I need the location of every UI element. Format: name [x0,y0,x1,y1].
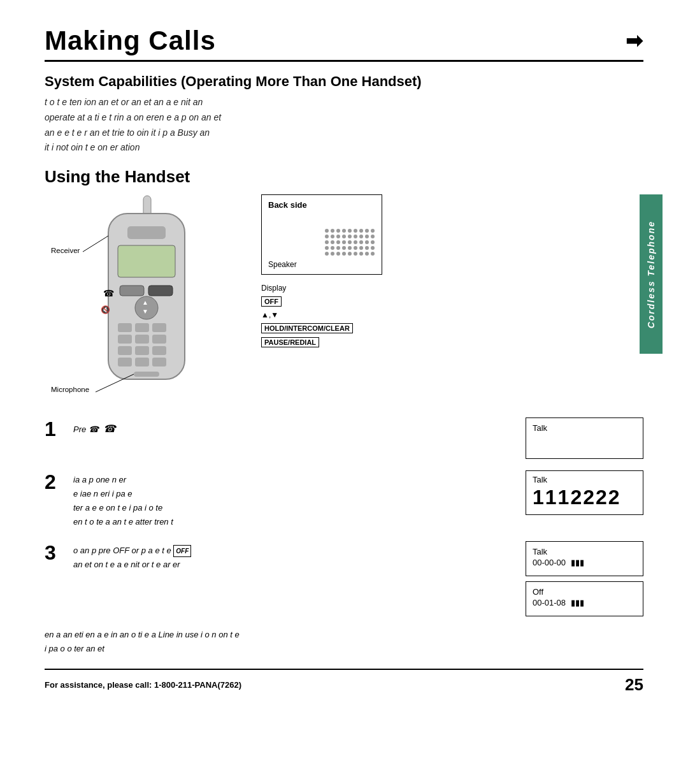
handset-heading: Using the Handset [45,167,643,187]
svg-rect-13 [135,335,149,344]
arrow-icon: ➡ [626,29,643,53]
svg-rect-18 [118,358,132,367]
svg-rect-5 [148,286,173,296]
right-labels: Display OFF ▲,▼ HOLD/INTERCOM/CLEAR PAUS… [261,284,382,347]
svg-rect-15 [118,346,132,355]
svg-rect-20 [152,358,166,367]
backside-panel: Back side Sp [261,194,382,351]
step-1-content: Pre ☎ ☎ [73,417,513,437]
step-3-content: o an p pre OFF or p a e t e OFF an et on… [73,541,513,572]
svg-text:▼: ▼ [142,308,148,315]
step-2-number: 2 [45,472,73,492]
pause-redial-label: PAUSE/REDIAL [261,337,382,347]
page-title: Making Calls ➡ [45,25,643,62]
handset-diagram: ▲ ▼ [45,194,643,405]
svg-rect-3 [118,245,175,277]
cordless-tab-text: Cordless Telephone [646,221,656,328]
svg-rect-2 [127,226,166,239]
system-capabilities-section: System Capabilities (Operating More Than… [45,73,643,156]
step-3: 3 o an p pre OFF or p a e t e OFF an et … [45,541,643,616]
step-3-displays: Talk 00-00-00 ▮▮▮ Off 00-01-08 ▮▮▮ [526,541,643,616]
handset-section: Using the Handset [45,167,643,405]
svg-line-23 [96,374,134,392]
footer-assistance-text: For assistance, please call: 1-800-211-P… [45,680,241,690]
svg-rect-14 [152,335,166,344]
svg-rect-21 [134,372,159,377]
step-3-display2: Off 00-01-08 ▮▮▮ [526,581,643,616]
speaker-label: Speaker [268,260,375,269]
receiver-label: Receiver [51,247,80,254]
svg-rect-12 [118,335,132,344]
step-3-number: 3 [45,542,73,563]
system-capabilities-heading: System Capabilities (Operating More Than… [45,73,643,90]
back-side-label: Back side [268,200,375,210]
svg-text:🔇: 🔇 [101,305,110,314]
svg-rect-16 [135,346,149,355]
step-1: 1 Pre ☎ ☎ Talk [45,417,643,459]
cordless-tab: Cordless Telephone [640,194,663,354]
step-1-number: 1 [45,419,73,439]
svg-rect-10 [135,323,149,332]
system-capabilities-text: t o t e ten ion an et or an et an a e ni… [45,95,643,156]
steps-section: 1 Pre ☎ ☎ Talk 2 ia a p one n er e iae n… [45,417,643,616]
off-button-label: OFF [261,296,382,307]
hold-intercom-label: HOLD/INTERCOM/CLEAR [261,323,382,333]
bottom-note: en a an eti en a e in an o ti e a Line i… [45,628,643,656]
svg-rect-19 [135,358,149,367]
svg-rect-4 [120,286,144,296]
svg-line-22 [83,236,108,252]
svg-rect-17 [152,346,166,355]
step-3-display1: Talk 00-00-00 ▮▮▮ [526,541,643,576]
footer: For assistance, please call: 1-800-211-P… [45,669,643,695]
svg-rect-11 [152,323,166,332]
page-number: 25 [625,675,643,695]
step-2-display: Talk 1112222 [526,470,643,515]
step-2-content: ia a p one n er e iae n eri i pa e ter a… [73,470,513,529]
step-2: 2 ia a p one n er e iae n eri i pa e ter… [45,470,643,529]
title-text: Making Calls [45,25,216,56]
svg-text:☎: ☎ [103,288,114,298]
updown-label: ▲,▼ [261,310,382,319]
step-1-display: Talk [526,417,643,459]
display-label-item: Display [261,284,382,293]
phone-illustration: ▲ ▼ [45,194,287,405]
svg-rect-9 [118,323,132,332]
microphone-label: Microphone [51,386,89,393]
svg-text:▲: ▲ [142,299,148,306]
